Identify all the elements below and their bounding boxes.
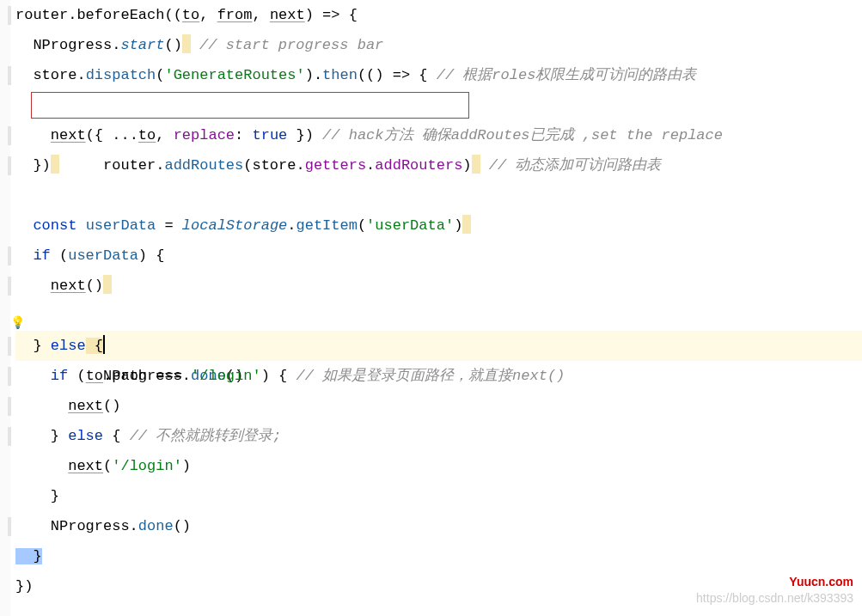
lightbulb-icon[interactable]: 💡 <box>10 308 24 322</box>
token: : <box>235 127 252 143</box>
code-line: router.addRoutes(store.getters.addRouter… <box>15 90 862 120</box>
token: done <box>138 518 174 534</box>
keyword: const <box>33 217 76 234</box>
keyword: else <box>51 338 86 354</box>
red-highlight-box <box>31 92 469 119</box>
token <box>15 368 51 384</box>
string: 'GenerateRoutes' <box>164 67 304 83</box>
code-line: const userData = localStorage.getItem('u… <box>15 210 862 241</box>
comment: // 根据roles权限生成可访问的路由表 <box>437 67 697 83</box>
token: . <box>287 217 296 234</box>
token: dispatch <box>86 67 156 83</box>
token <box>15 247 33 264</box>
token: next <box>68 398 103 414</box>
code-line: next() <box>15 391 862 421</box>
selected-brace: } <box>15 548 42 564</box>
code-area[interactable]: router.beforeEach((to, from, next) => { … <box>15 0 862 601</box>
param-next: next <box>270 7 305 23</box>
token: } <box>15 428 68 444</box>
token: localStorage <box>182 217 287 234</box>
comment: // 不然就跳转到登录; <box>130 428 282 444</box>
token <box>15 278 51 294</box>
token: () <box>164 37 181 53</box>
token <box>15 127 51 143</box>
code-line: store.dispatch('GenerateRoutes').then(()… <box>15 60 862 90</box>
token: ({ ... <box>86 127 138 143</box>
code-line <box>15 180 862 210</box>
token: next <box>68 458 103 474</box>
code-line: if (userData) { <box>15 241 862 271</box>
comment: // 如果是登录页面路径，就直接next() <box>297 368 565 384</box>
token: { <box>86 338 103 354</box>
token: ) <box>182 458 191 474</box>
comment: // start progress bar <box>191 37 383 53</box>
keyword: else <box>68 428 103 444</box>
token <box>15 458 68 474</box>
code-line: NProgress.start() // start progress bar <box>15 30 862 60</box>
token: replace <box>174 127 235 143</box>
token: ) => { <box>305 7 358 23</box>
token: }) <box>287 127 322 143</box>
code-line: } <box>15 541 862 571</box>
token: NProgress. <box>15 518 138 534</box>
token: ( <box>51 247 68 264</box>
token: ) { <box>138 247 165 264</box>
token: , <box>252 7 269 23</box>
keyword: if <box>51 368 68 384</box>
code-line: }) <box>15 150 862 180</box>
token: () <box>103 398 120 414</box>
token <box>15 398 68 414</box>
param-from: from <box>217 7 253 23</box>
token: true <box>252 127 287 143</box>
code-line: } else { // 不然就跳转到登录; <box>15 421 862 451</box>
string: 'userData' <box>366 217 454 234</box>
watermark-url: https://blog.csdn.net/k393393 <box>696 590 853 607</box>
token: then <box>322 67 358 83</box>
code-line: 💡 NProgress.done() <box>15 301 862 331</box>
token: ( <box>103 458 112 474</box>
token: = <box>156 217 182 234</box>
token: ) <box>454 217 462 234</box>
token: } <box>15 338 51 354</box>
token: next <box>51 278 86 294</box>
token: .beforeEach(( <box>68 7 182 23</box>
token: ). <box>305 67 322 83</box>
code-line: router.beforeEach((to, from, next) => { <box>15 0 862 30</box>
token: ) { <box>261 368 297 384</box>
string: '/login' <box>191 368 261 384</box>
token: userData <box>68 247 138 264</box>
token: userData <box>86 217 156 234</box>
code-line-active: } else { <box>15 331 862 361</box>
token: to <box>86 368 103 384</box>
token: () <box>174 518 191 534</box>
highlight <box>462 215 471 234</box>
text-cursor <box>103 335 105 354</box>
param-to: to <box>182 7 199 23</box>
highlight <box>182 34 191 53</box>
string: '/login' <box>112 458 182 474</box>
token: ( <box>358 217 366 234</box>
token: { <box>103 428 130 444</box>
watermark-brand: Yuucn.com <box>696 574 853 591</box>
highlight <box>51 155 59 174</box>
token: ( <box>156 67 164 83</box>
code-line: } <box>15 481 862 511</box>
code-line: next({ ...to, replace: true }) // hack方法… <box>15 120 862 150</box>
token: (() => { <box>358 67 437 83</box>
token: to <box>138 127 156 143</box>
token: }) <box>15 157 51 174</box>
token: getItem <box>296 217 357 234</box>
code-line: next('/login') <box>15 451 862 481</box>
token: , <box>199 7 217 23</box>
token <box>15 217 33 234</box>
code-line: next() <box>15 271 862 301</box>
token: .path === <box>103 368 191 384</box>
token: ( <box>68 368 85 384</box>
token: () <box>86 278 103 294</box>
token: NProgress. <box>15 37 120 53</box>
token: next <box>51 127 86 143</box>
code-editor[interactable]: router.beforeEach((to, from, next) => { … <box>0 0 862 616</box>
token: , <box>156 127 173 143</box>
token: router <box>15 7 68 23</box>
comment: // hack方法 确保addRoutes已完成 ,set the replac… <box>322 127 723 143</box>
